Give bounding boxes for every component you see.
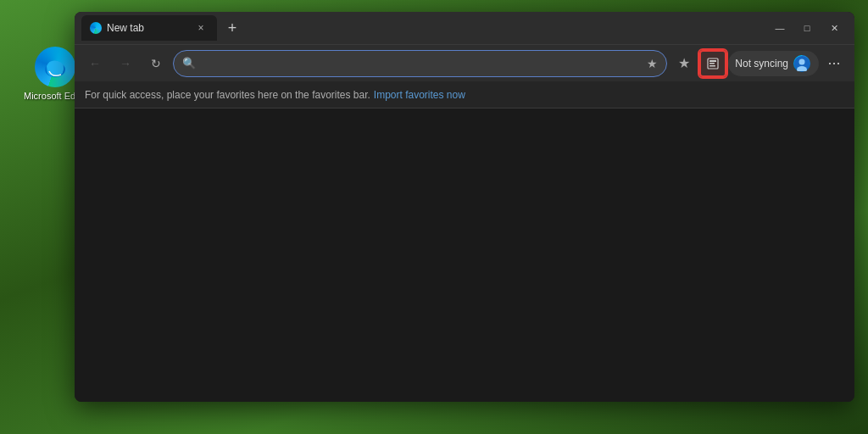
more-icon: ··· bbox=[827, 54, 840, 72]
back-button[interactable]: ← bbox=[81, 50, 108, 77]
refresh-button[interactable]: ↻ bbox=[142, 50, 170, 77]
collections-icon bbox=[706, 57, 720, 70]
sync-profile-button[interactable]: Not syncing bbox=[728, 51, 819, 76]
favorites-icon: ★ bbox=[678, 55, 690, 71]
toolbar-actions: ★ Not syncing bbox=[670, 50, 848, 77]
new-tab-button[interactable]: + bbox=[220, 16, 244, 40]
refresh-icon: ↻ bbox=[151, 57, 161, 70]
favorites-bar: For quick access, place your favorites h… bbox=[75, 81, 854, 108]
svg-rect-2 bbox=[709, 60, 716, 62]
edge-icon-image bbox=[35, 47, 75, 87]
forward-button[interactable]: → bbox=[112, 50, 139, 77]
address-input[interactable] bbox=[201, 57, 642, 70]
svg-point-6 bbox=[799, 58, 805, 64]
tab-favicon bbox=[90, 22, 102, 34]
title-bar: New tab × + — □ ✕ bbox=[75, 12, 854, 44]
window-controls: — □ ✕ bbox=[766, 15, 848, 41]
favorites-button[interactable]: ★ bbox=[670, 50, 698, 77]
tab-close-button[interactable]: × bbox=[193, 20, 209, 36]
search-icon: 🔍 bbox=[182, 57, 196, 70]
tab-title: New tab bbox=[107, 22, 188, 34]
favorites-bar-message: For quick access, place your favorites h… bbox=[85, 89, 370, 101]
collections-button[interactable] bbox=[699, 50, 726, 77]
back-icon: ← bbox=[89, 57, 101, 70]
maximize-button[interactable]: □ bbox=[793, 15, 821, 41]
active-tab[interactable]: New tab × bbox=[81, 15, 217, 41]
sync-status-text: Not syncing bbox=[735, 58, 788, 70]
import-favorites-link[interactable]: Import favorites now bbox=[374, 89, 465, 101]
bookmark-star-icon[interactable]: ★ bbox=[647, 57, 658, 70]
close-button[interactable]: ✕ bbox=[821, 15, 848, 41]
new-tab-content bbox=[75, 108, 854, 402]
svg-rect-3 bbox=[709, 63, 715, 64]
svg-rect-4 bbox=[709, 65, 715, 67]
minimize-button[interactable]: — bbox=[766, 15, 793, 41]
profile-avatar bbox=[793, 55, 810, 72]
more-options-button[interactable]: ··· bbox=[821, 50, 848, 77]
tab-bar: New tab × + bbox=[81, 15, 766, 41]
forward-icon: → bbox=[120, 57, 131, 70]
toolbar: ← → ↻ 🔍 ★ ★ bbox=[75, 44, 854, 81]
address-bar[interactable]: 🔍 ★ bbox=[173, 50, 667, 77]
browser-window: New tab × + — □ ✕ ← → ↻ 🔍 ★ bbox=[75, 12, 854, 402]
